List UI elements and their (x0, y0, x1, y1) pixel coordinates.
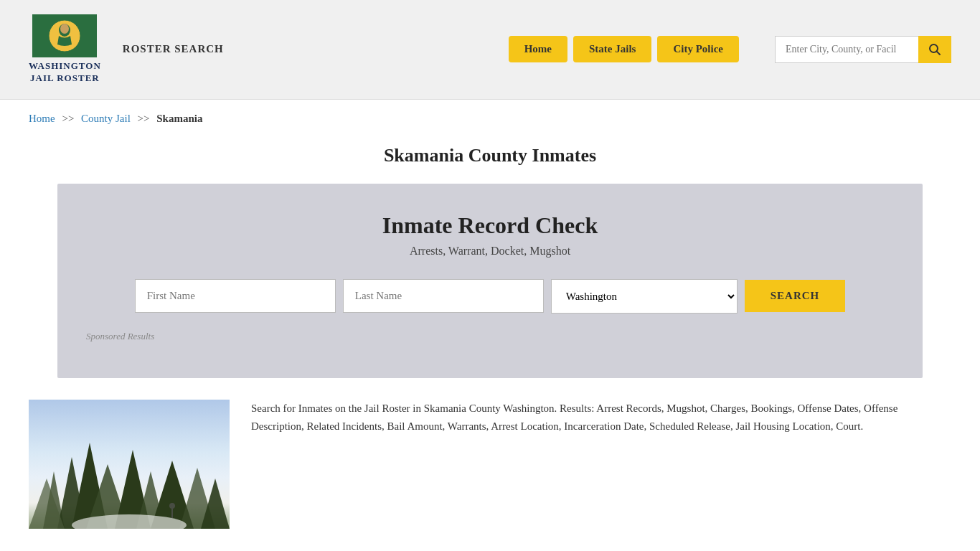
nav-home-button[interactable]: Home (509, 36, 567, 62)
inmate-record-check-box: Inmate Record Check Arrests, Warrant, Do… (57, 184, 923, 378)
roster-search-label: ROSTER SEARCH (123, 43, 224, 55)
search-icon (928, 43, 941, 56)
breadcrumb-current: Skamania (156, 113, 202, 124)
county-image (29, 400, 230, 529)
breadcrumb-county-jail-link[interactable]: County Jail (81, 113, 131, 124)
breadcrumb-sep-2: >> (138, 113, 150, 124)
first-name-input[interactable] (135, 279, 336, 313)
header-search-input[interactable] (775, 36, 918, 63)
record-check-title: Inmate Record Check (86, 212, 894, 239)
last-name-input[interactable] (343, 279, 544, 313)
state-select[interactable]: WashingtonAlabamaAlaskaArizonaArkansasCa… (551, 279, 738, 314)
breadcrumb: Home >> County Jail >> Skamania (0, 100, 980, 138)
breadcrumb-sep-1: >> (62, 113, 74, 124)
record-check-subtitle: Arrests, Warrant, Docket, Mugshot (86, 245, 894, 258)
svg-line-5 (937, 51, 941, 55)
tree-silhouette-icon (29, 400, 230, 529)
record-check-form: WashingtonAlabamaAlaskaArizonaArkansasCa… (86, 279, 894, 314)
logo-text: WASHINGTON JAIL ROSTER (29, 60, 101, 85)
nav-state-jails-button[interactable]: State Jails (573, 36, 651, 62)
logo-link[interactable]: WASHINGTON JAIL ROSTER (29, 14, 101, 85)
bottom-section: Search for Inmates on the Jail Roster in… (0, 378, 980, 550)
page-title-area: Skamania County Inmates (0, 138, 980, 184)
county-image-inner (29, 400, 230, 529)
svg-point-17 (169, 503, 175, 509)
svg-point-3 (60, 24, 69, 34)
main-nav: Home State Jails City Police (509, 36, 739, 62)
nav-city-police-button[interactable]: City Police (657, 36, 739, 62)
description-text: Search for Inmates on the Jail Roster in… (251, 400, 951, 436)
site-header: WASHINGTON JAIL ROSTER ROSTER SEARCH Hom… (0, 0, 980, 100)
page-title: Skamania County Inmates (29, 145, 951, 166)
sponsored-label: Sponsored Results (86, 331, 894, 342)
washington-flag-icon (32, 14, 97, 57)
record-search-button[interactable]: SEARCH (745, 280, 846, 312)
header-search-area (775, 36, 951, 63)
breadcrumb-home-link[interactable]: Home (29, 113, 55, 124)
header-search-button[interactable] (918, 36, 951, 63)
